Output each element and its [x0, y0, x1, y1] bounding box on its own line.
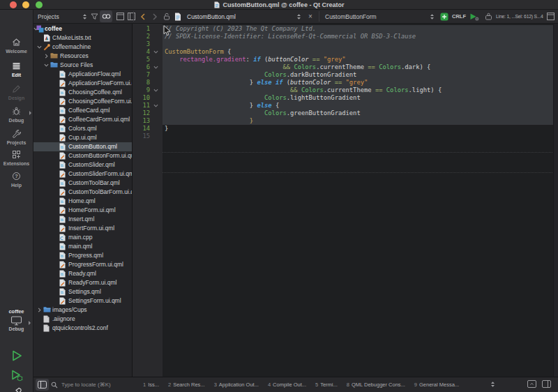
tree-item-choosingcoffee-qml[interactable]: ChoosingCoffee.qml	[33, 88, 133, 97]
tree-item-settingsform-ui-qml[interactable]: SettingsForm.ui.qml	[33, 296, 133, 306]
document-icon	[214, 1, 220, 8]
code-line[interactable]: // Copyright (C) 2023 The Qt Company Ltd…	[163, 25, 553, 33]
kit-selector[interactable]: coffee Debug	[0, 308, 33, 331]
navigation-pane-selector[interactable]: Projects	[38, 10, 59, 23]
output-pane-button-8[interactable]: 8QML Debugger Cons...	[347, 382, 405, 388]
tree-item--aiignore[interactable]: .aiignore	[33, 315, 133, 324]
code-fold-icon[interactable]	[153, 65, 158, 70]
open-document-selector[interactable]: CustomButton.qml	[187, 10, 236, 23]
output-pane-button-1[interactable]: 1Iss...	[143, 382, 159, 388]
code-line[interactable]: } else if (buttonColor == "grey"	[163, 79, 553, 86]
output-pane-button-9[interactable]: 9General Messa...	[414, 382, 459, 388]
tree-item-progress-qml[interactable]: Progress.qml	[33, 251, 133, 260]
tree-item-settings-qml[interactable]: Settings.qml	[33, 287, 133, 296]
output-pane-button-3[interactable]: 3Application Out...	[214, 382, 259, 388]
chevron-down-icon[interactable]	[37, 45, 42, 50]
output-pane-button-2[interactable]: 2Search Res...	[168, 382, 205, 388]
split-editor-icon[interactable]	[547, 10, 555, 23]
mode-item-welcome[interactable]: Welcome	[0, 38, 33, 54]
close-sidebar-icon[interactable]	[128, 10, 135, 23]
output-pane-button-4[interactable]: 4Compile Out...	[268, 382, 306, 388]
go-forward-button[interactable]	[152, 10, 158, 23]
tree-item-cmakelists-txt[interactable]: CMakeLists.txt	[33, 33, 133, 43]
tree-item-coffeecardform-ui-qml[interactable]: CoffeeCardForm.ui.qml	[33, 115, 133, 124]
tree-item-customtoolbar-qml[interactable]: CustomToolBar.qml	[33, 179, 133, 188]
mode-item-edit[interactable]: Edit	[0, 61, 33, 77]
tree-item-applicationflowform-ui-qml[interactable]: ApplicationFlowForm.ui.qml	[33, 79, 133, 88]
tree-item-main-qml[interactable]: main.qml	[33, 242, 133, 251]
editor-scrollbar-track[interactable]	[553, 24, 558, 377]
code-line[interactable]: Colors.lightButtonGradient	[163, 94, 553, 102]
line-ending-selector[interactable]: CRLF	[452, 10, 466, 23]
tree-item-customslider-qml[interactable]: CustomSlider.qml	[33, 160, 133, 169]
locator-input[interactable]: Type to locate (⌘K)	[51, 377, 111, 392]
tree-item-insertform-ui-qml[interactable]: InsertForm.ui.qml	[33, 224, 133, 233]
maximize-output-pane-icon[interactable]	[527, 380, 536, 388]
tree-item-readyform-ui-qml[interactable]: ReadyForm.ui.qml	[33, 278, 133, 287]
code-editor[interactable]: // Copyright (C) 2023 The Qt Company Ltd…	[133, 24, 558, 377]
mode-item-projects[interactable]: Projects	[0, 129, 33, 145]
code-line[interactable]	[163, 40, 553, 48]
qml-preview-icon[interactable]	[469, 10, 479, 23]
tree-item-choosingcoffeeform-ui-qml[interactable]: ChoosingCoffeeForm.ui.qml	[33, 97, 133, 106]
tree-item-coffeecard-qml[interactable]: CoffeeCard.qml	[33, 106, 133, 115]
sync-with-editor-button[interactable]	[100, 10, 112, 22]
tree-item-cup-ui-qml[interactable]: Cup.ui.qml	[33, 133, 133, 142]
mode-item-help[interactable]: ?Help	[0, 172, 33, 188]
debug-run-button[interactable]	[0, 368, 33, 382]
code-line[interactable]: }	[163, 125, 553, 133]
tree-item-homeform-ui-qml[interactable]: HomeForm.ui.qml	[33, 206, 133, 215]
chevron-down-icon[interactable]	[44, 63, 49, 68]
tree-item-images-cups[interactable]: images/Cups	[33, 306, 133, 315]
code-fold-icon[interactable]	[153, 50, 158, 54]
code-line[interactable]: Colors.darkButtonGradient	[163, 71, 553, 79]
code-line[interactable]: && Colors.currentTheme == Colors.light) …	[163, 86, 553, 94]
build-button[interactable]	[0, 387, 33, 392]
mode-item-debug[interactable]: Debug	[0, 107, 33, 123]
line-number: 11	[133, 102, 163, 110]
output-pane-button-5[interactable]: 5Termi...	[315, 382, 338, 388]
tree-item-ready-qml[interactable]: Ready.qml	[33, 269, 133, 278]
file-encoding-icon[interactable]	[440, 10, 448, 23]
tree-item-progressform-ui-qml[interactable]: ProgressForm.ui.qml	[33, 260, 133, 269]
run-button[interactable]	[0, 349, 33, 363]
code-line[interactable]: && Colors.currentTheme == Colors.dark) {	[163, 63, 553, 71]
plain-file-icon	[43, 315, 52, 323]
code-line[interactable]: CustomButtonForm {	[163, 48, 553, 56]
code-fold-icon[interactable]	[153, 88, 158, 93]
go-back-button[interactable]	[140, 10, 146, 23]
output-pane-number: 4	[268, 382, 271, 388]
tree-item-resources[interactable]: Resources	[33, 52, 133, 61]
tree-item-insert-qml[interactable]: Insert.qml	[33, 215, 133, 224]
tree-item-main-cpp[interactable]: main.cpp	[33, 233, 133, 242]
tree-item-home-qml[interactable]: Home.qml	[33, 197, 133, 206]
code-line[interactable]: }	[163, 117, 553, 125]
filter-icon[interactable]	[91, 10, 98, 23]
chevron-right-icon[interactable]	[44, 54, 49, 59]
tree-item-colors-qml[interactable]: Colors.qml	[33, 124, 133, 133]
chevron-right-icon[interactable]	[37, 308, 42, 312]
mode-item-extensions[interactable]: Extensions	[0, 150, 33, 166]
tree-item-qtquickcontrols2-conf[interactable]: qtquickcontrols2.conf	[33, 324, 133, 333]
split-pane-icon[interactable]	[116, 10, 124, 23]
toggle-right-sidebar-icon[interactable]	[542, 380, 551, 388]
tree-item-customtoolbarform-ui-qml[interactable]: CustomToolBarForm.ui.qml	[33, 188, 133, 197]
tree-item-customsliderform-ui-qml[interactable]: CustomSliderForm.ui.qml	[33, 169, 133, 179]
kit-device-icon	[0, 316, 33, 326]
symbol-selector[interactable]: CustomButtonForm	[325, 10, 377, 23]
output-pane-updown-icon[interactable]	[490, 381, 495, 388]
code-line[interactable]	[163, 133, 553, 140]
tree-item-source-files[interactable]: Source Files	[33, 61, 133, 70]
code-line[interactable]: Colors.greenButtonGradient	[163, 110, 553, 117]
code-line[interactable]: rectangle.gradient: if (buttonColor == "…	[163, 56, 553, 63]
tree-item-custombutton-qml[interactable]: CustomButton.qml	[33, 142, 133, 151]
code-line[interactable]: // SPDX-License-Identifier: LicenseRef-Q…	[163, 33, 553, 40]
tree-item-coffeemachine[interactable]: coffeemachine	[33, 43, 133, 52]
tree-item-coffee[interactable]: coffee	[33, 24, 133, 33]
tree-item-custombuttonform-ui-qml[interactable]: CustomButtonForm.ui.qml	[33, 151, 133, 160]
code-fold-icon[interactable]	[153, 103, 158, 108]
toggle-left-sidebar-button[interactable]	[36, 379, 49, 391]
code-line[interactable]: } else {	[163, 102, 553, 110]
tree-item-applicationflow-qml[interactable]: ApplicationFlow.qml	[33, 70, 133, 79]
close-document-button[interactable]: ×	[308, 10, 312, 23]
